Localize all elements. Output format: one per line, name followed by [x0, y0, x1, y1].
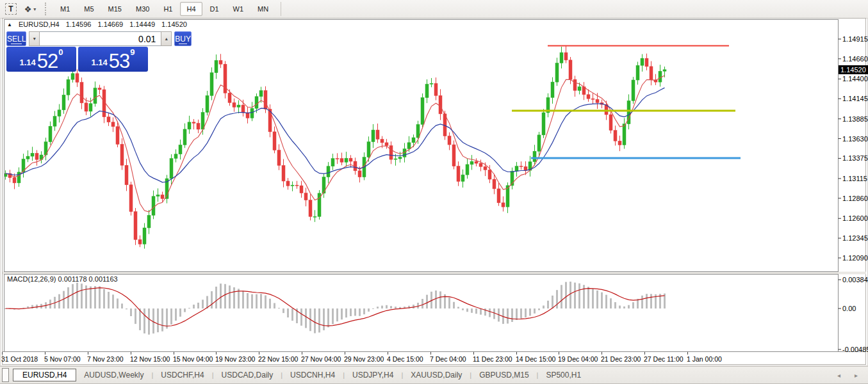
svg-text:1 Jan 00:00: 1 Jan 00:00 [687, 355, 722, 363]
svg-text:1.13630: 1.13630 [842, 135, 868, 143]
panel-toggle-icon[interactable]: ▲ [7, 22, 12, 28]
tab-usdcnh-h4[interactable]: USDCNH,H4 [283, 369, 343, 381]
buy-price-prefix: 1.14 [91, 58, 107, 67]
svg-text:1.12860: 1.12860 [842, 195, 868, 202]
ohlc-high: 1.14669 [97, 20, 123, 28]
sell-button[interactable]: SELL [6, 31, 26, 46]
timeframe-button-h4[interactable]: H4 [180, 2, 202, 16]
timeframe-button-mn[interactable]: MN [251, 2, 275, 16]
tab-scroll-right-icon[interactable]: ▸ [855, 372, 858, 379]
one-click-trade-panel: SELL ▾ ▴ BUY 1.14 52 0 1.14 53 9 [6, 31, 148, 72]
macd-frame [4, 275, 839, 352]
toolbar-grip[interactable] [45, 3, 48, 15]
timeframe-button-m15[interactable]: M15 [102, 2, 128, 16]
text-tool-button[interactable]: T [3, 2, 19, 16]
svg-text:19 Nov 23:00: 19 Nov 23:00 [215, 355, 256, 363]
svg-text:1.12345: 1.12345 [842, 234, 868, 242]
svg-text:27 Dec 11:00: 27 Dec 11:00 [644, 355, 684, 363]
svg-text:1.12090: 1.12090 [842, 254, 868, 262]
svg-text:22 Nov 15:00: 22 Nov 15:00 [258, 355, 299, 363]
svg-text:27 Nov 04:00: 27 Nov 04:00 [301, 355, 341, 363]
tab-bar-notch [2, 368, 9, 382]
svg-text:1.13375: 1.13375 [842, 154, 868, 162]
volume-input[interactable] [40, 31, 161, 46]
svg-text:1.14400: 1.14400 [842, 75, 868, 83]
tab-scroll-left-icon[interactable]: ◂ [837, 372, 840, 379]
svg-text:21 Dec 23:00: 21 Dec 23:00 [601, 355, 641, 363]
tab-sp500-h1[interactable]: SP500,H1 [538, 369, 589, 381]
chevron-down-icon: ▾ [33, 6, 36, 12]
sell-price-prefix: 1.14 [19, 58, 35, 67]
toolbar-separator [281, 2, 281, 16]
tab-audusd-weekly[interactable]: AUDUSD,Weekly [76, 369, 151, 381]
buy-button[interactable]: BUY [174, 31, 192, 46]
volume-decrease-button[interactable]: ▾ [29, 31, 40, 46]
sell-price-big-digits: 52 [37, 52, 58, 70]
timeframe-button-m30[interactable]: M30 [129, 2, 156, 16]
svg-text:1.13885: 1.13885 [842, 115, 868, 123]
tab-eurusd-h4[interactable]: EURUSD,H4 [13, 369, 76, 381]
svg-text:-0.004856: -0.004856 [842, 346, 868, 353]
svg-text:14 Dec 15:00: 14 Dec 15:00 [516, 355, 556, 363]
buy-price-big-digits: 53 [109, 52, 129, 70]
svg-text:1.12600: 1.12600 [842, 214, 868, 222]
svg-text:12 Nov 15:00: 12 Nov 15:00 [130, 355, 170, 363]
sell-price-pip-digit: 0 [58, 47, 63, 57]
svg-text:0.00: 0.00 [842, 305, 856, 312]
volume-increase-button[interactable]: ▴ [161, 31, 172, 46]
tab-usdcad-daily[interactable]: USDCAD,Daily [214, 369, 281, 381]
ohlc-close: 1.14520 [161, 20, 187, 28]
timeframe-button-d1[interactable]: D1 [204, 2, 225, 16]
svg-text:7 Nov 23:00: 7 Nov 23:00 [87, 355, 124, 363]
tab-xauusd-daily[interactable]: XAUUSD,Daily [403, 369, 470, 381]
sell-price-display[interactable]: 1.14 52 0 [6, 47, 76, 72]
tab-scroll-arrows: ◂▸ [837, 372, 858, 379]
ohlc-open: 1.14596 [66, 20, 92, 28]
svg-text:19 Dec 04:00: 19 Dec 04:00 [558, 355, 598, 363]
svg-text:0.003847: 0.003847 [842, 276, 868, 284]
timeframe-group: M1M5M15M30H1H4D1W1MN [53, 0, 275, 18]
timeframe-button-m1[interactable]: M1 [54, 2, 76, 16]
svg-text:11 Dec 23:00: 11 Dec 23:00 [473, 355, 512, 363]
volume-stepper: ▾ ▴ [29, 31, 172, 46]
text-tool-icon: T [5, 3, 16, 15]
arrange-windows-button[interactable]: ❖ ▾ [22, 2, 38, 16]
timeframe-button-w1[interactable]: W1 [227, 2, 250, 16]
current-price-badge: 1.14520 [839, 65, 868, 74]
ohlc-low: 1.14449 [129, 20, 155, 28]
buy-price-pip-digit: 9 [130, 47, 135, 57]
buy-price-display[interactable]: 1.14 53 9 [78, 47, 148, 72]
tab-usdchf-h4[interactable]: USDCHF,H4 [153, 369, 211, 381]
svg-text:1.14915: 1.14915 [842, 35, 868, 43]
svg-text:7 Dec 04:00: 7 Dec 04:00 [430, 355, 466, 363]
toolbar: T ❖ ▾ M1M5M15M30H1H4D1W1MN [0, 0, 868, 19]
tab-gbpusd-m15[interactable]: GBPUSD,M15 [471, 369, 536, 381]
svg-text:1.13115: 1.13115 [842, 175, 867, 182]
chart-ohlc-title: ▲ EURUSD,H4 1.14596 1.14669 1.14449 1.14… [7, 20, 192, 28]
svg-text:29 Nov 23:00: 29 Nov 23:00 [344, 355, 384, 363]
timeframe-button-m5[interactable]: M5 [78, 2, 100, 16]
timeframe-button-h1[interactable]: H1 [157, 2, 179, 16]
svg-text:1.14660: 1.14660 [842, 55, 868, 63]
chart-tab-bar: EURUSD,H4AUDUSD,Weekly|USDCHF,H4|USDCAD,… [0, 366, 868, 384]
svg-text:15 Nov 04:00: 15 Nov 04:00 [173, 355, 213, 363]
svg-text:1.14145: 1.14145 [842, 95, 868, 102]
tab-usdjpy-h4[interactable]: USDJPY,H4 [345, 369, 401, 381]
macd-indicator-label: MACD(12,26,9) 0.001178 0.001163 [7, 275, 118, 283]
arrange-icon: ❖ [24, 4, 32, 14]
svg-text:4 Dec 15:00: 4 Dec 15:00 [387, 355, 423, 363]
chart-symbol-label: EURUSD,H4 [19, 20, 60, 28]
svg-text:31 Oct 2018: 31 Oct 2018 [1, 355, 38, 363]
svg-text:5 Nov 07:00: 5 Nov 07:00 [44, 355, 81, 363]
